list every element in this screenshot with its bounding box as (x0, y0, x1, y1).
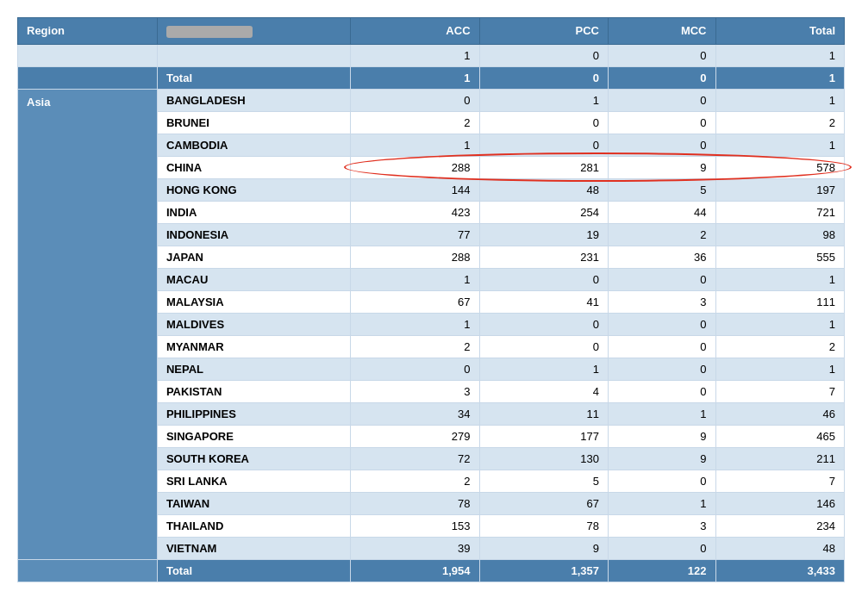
mcc-cell: 0 (608, 89, 715, 111)
pcc-cell: 9 (479, 537, 608, 559)
total-cell: 1 (715, 89, 844, 111)
total-cell: 1 (715, 358, 844, 380)
total-cell: 1 (715, 313, 844, 335)
acc-cell: 72 (351, 447, 479, 470)
country-cell: JAPAN (157, 246, 350, 268)
mcc-cell: 0 (608, 537, 715, 559)
total-cell: 46 (715, 402, 844, 425)
mcc-cell: 0 (608, 268, 715, 290)
total-cell: 1 (715, 134, 844, 156)
total-cell: 2 (715, 335, 844, 358)
country-cell: BRUNEI (157, 111, 350, 134)
mcc-cell: 0 (608, 380, 715, 402)
acc-cell: 1 (351, 313, 479, 335)
country-cell: INDIA (157, 201, 350, 223)
pcc-cell: 281 (479, 156, 608, 178)
table-row: Asia BANGLADESH 0 1 0 1 (18, 89, 845, 111)
asia-total-row: Total 1,954 1,357 122 3,433 (18, 559, 845, 582)
mcc-cell: 9 (608, 425, 715, 447)
acc-cell: 288 (351, 246, 479, 268)
total-cell: 1 (715, 66, 844, 89)
country-cell: MACAU (157, 268, 350, 290)
region-cell (18, 44, 158, 66)
mcc-cell: 0 (608, 111, 715, 134)
main-table: Region ACC PCC MCC Total 1 0 0 1 Total 1… (17, 17, 845, 582)
total-cell: 555 (715, 246, 844, 268)
pcc-cell: 1 (479, 89, 608, 111)
mcc-cell: 0 (608, 470, 715, 492)
acc-total-cell: 1,954 (351, 559, 479, 582)
total-cell: 234 (715, 514, 844, 537)
mcc-cell: 0 (608, 313, 715, 335)
acc-cell: 67 (351, 290, 479, 313)
pcc-cell: 4 (479, 380, 608, 402)
pcc-cell: 0 (479, 335, 608, 358)
mcc-cell: 9 (608, 156, 715, 178)
pcc-total-cell: 1,357 (479, 559, 608, 582)
mcc-cell: 1 (608, 402, 715, 425)
pcc-cell: 231 (479, 246, 608, 268)
acc-cell: 423 (351, 201, 479, 223)
total-cell: 721 (715, 201, 844, 223)
total-cell: 98 (715, 223, 844, 246)
acc-cell: 1 (351, 66, 479, 89)
acc-cell: 39 (351, 537, 479, 559)
country-cell: VIETNAM (157, 537, 350, 559)
pcc-cell: 0 (479, 111, 608, 134)
total-cell: 48 (715, 537, 844, 559)
country-cell: TAIWAN (157, 492, 350, 514)
total-cell: 465 (715, 425, 844, 447)
acc-cell: 1 (351, 134, 479, 156)
total-label-cell: Total (157, 559, 350, 582)
acc-cell: 1 (351, 44, 479, 66)
header-blank (157, 18, 350, 45)
total-cell: 7 (715, 380, 844, 402)
table-row: 1 0 0 1 (18, 44, 845, 66)
acc-cell: 279 (351, 425, 479, 447)
pcc-cell: 0 (479, 313, 608, 335)
acc-cell: 2 (351, 111, 479, 134)
pcc-cell: 67 (479, 492, 608, 514)
mcc-cell: 36 (608, 246, 715, 268)
mcc-cell: 0 (608, 134, 715, 156)
country-cell: SRI LANKA (157, 470, 350, 492)
country-cell: CHINA (157, 156, 350, 178)
pcc-cell: 78 (479, 514, 608, 537)
acc-cell: 144 (351, 178, 479, 201)
pcc-cell: 0 (479, 134, 608, 156)
country-cell: MALDIVES (157, 313, 350, 335)
total-total-cell: 3,433 (715, 559, 844, 582)
mcc-cell: 9 (608, 447, 715, 470)
country-cell: PHILIPPINES (157, 402, 350, 425)
mcc-total-cell: 122 (608, 559, 715, 582)
region-total-cell (18, 559, 158, 582)
acc-cell: 0 (351, 358, 479, 380)
mcc-cell: 3 (608, 514, 715, 537)
pcc-cell: 48 (479, 178, 608, 201)
country-cell: MALAYSIA (157, 290, 350, 313)
region-cell (18, 66, 158, 89)
country-cell: PAKISTAN (157, 380, 350, 402)
acc-cell: 2 (351, 335, 479, 358)
acc-cell: 153 (351, 514, 479, 537)
region-asia-cell: Asia (18, 89, 158, 559)
total-cell: 146 (715, 492, 844, 514)
mcc-cell: 1 (608, 492, 715, 514)
pcc-cell: 19 (479, 223, 608, 246)
pcc-cell: 41 (479, 290, 608, 313)
total-cell: 578 (715, 156, 844, 178)
header-region: Region (18, 18, 158, 45)
mcc-cell: 5 (608, 178, 715, 201)
total-cell: 1 (715, 268, 844, 290)
mcc-cell: 44 (608, 201, 715, 223)
mcc-cell: 2 (608, 223, 715, 246)
country-cell: NEPAL (157, 358, 350, 380)
mcc-cell: 0 (608, 44, 715, 66)
mcc-cell: 0 (608, 335, 715, 358)
header-mcc: MCC (608, 18, 715, 45)
total-cell: 7 (715, 470, 844, 492)
acc-cell: 288 (351, 156, 479, 178)
pcc-cell: 0 (479, 268, 608, 290)
pcc-cell: 130 (479, 447, 608, 470)
pcc-cell: 11 (479, 402, 608, 425)
